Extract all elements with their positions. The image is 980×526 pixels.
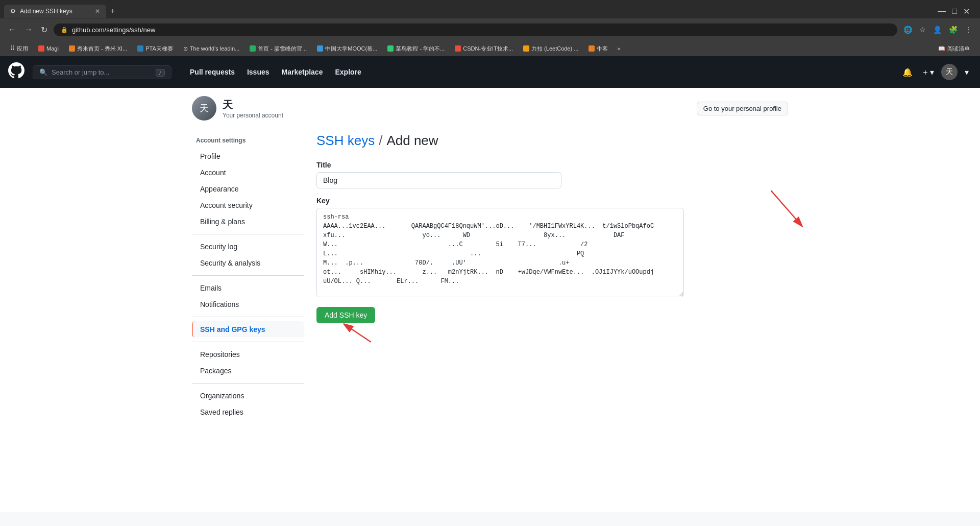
lc-favicon [523,45,529,52]
search-shortcut-key: / [156,68,165,76]
bookmark-icon[interactable]: ☆ [917,23,928,36]
nav-pull-requests[interactable]: Pull requests [184,64,241,80]
pta-favicon [137,45,143,52]
add-key-button-container: Add SSH key [316,307,375,323]
global-search[interactable]: 🔍 Search or jump to... / [33,65,172,79]
sidebar-divider-2 [192,275,304,276]
key-label: Key [316,197,788,205]
bookmark-liaoxuefeng[interactable]: 首页 - 廖雪峰的官... [246,44,311,54]
browser-chrome: ⚙ Add new SSH keys ✕ + — □ ✕ ← → ↻ 🔒 git… [0,0,980,56]
title-label: Title [316,161,788,169]
bookmark-nowcoder[interactable]: 牛客 [584,44,612,54]
breadcrumb-ssh-keys-link[interactable]: SSH keys [316,133,375,149]
browser-right-icons: 🌐 ☆ 👤 🧩 ⋮ [901,23,974,36]
bookmark-github[interactable]: ⊙ The world's leadin... [179,44,243,53]
github-header: 🔍 Search or jump to... / Pull requests I… [0,56,980,88]
github-logo[interactable] [8,62,24,82]
breadcrumb-separator: / [379,133,382,149]
magi-favicon [38,45,44,52]
sidebar-item-billing[interactable]: Billing & plans [192,213,304,230]
maximize-btn[interactable]: □ [950,5,959,18]
url-display: github.com/settings/ssh/new [72,26,155,34]
profile-icon[interactable]: 👤 [931,23,944,36]
key-textarea-wrapper: ssh-rsa AAAA...1vc2EAA... QARAABgQC4F18Q… [316,208,684,299]
new-tab-btn[interactable]: + [106,5,119,18]
user-info-bar: 天 天 Your personal account Go to your per… [184,88,796,133]
csdn-favicon [455,45,461,52]
arrow-annotation-1 [763,186,814,237]
page-breadcrumb: SSH keys / Add new [316,133,788,149]
sidebar-item-notifications[interactable]: Notifications [192,296,304,313]
more-icon[interactable]: ⋮ [963,23,974,36]
user-display-name: 天 [223,98,283,112]
breadcrumb-current-page: Add new [386,133,438,149]
title-input[interactable] [316,172,561,188]
tab-favicon: ⚙ [10,8,16,15]
more-bookmarks[interactable]: » [614,44,623,53]
extensions-icon[interactable]: 🧩 [947,23,960,36]
tab-close-btn[interactable]: ✕ [95,8,100,15]
sidebar-divider-4 [192,342,304,342]
bookmark-mooc[interactable]: 中国大学MOOC(慕... [313,44,381,54]
active-tab[interactable]: ⚙ Add new SSH keys ✕ [4,5,106,18]
nav-issues[interactable]: Issues [241,64,276,80]
reading-list-icon: 📖 [938,45,945,52]
bookmark-magi[interactable]: Magi [34,44,63,53]
bookmark-leetcode[interactable]: 力扣 (LeetCode) ... [519,44,582,54]
xiumi-favicon [69,45,75,52]
tab-title: Add new SSH keys [20,8,72,15]
settings-sidebar: Account settings Profile Account Appeara… [192,133,304,420]
user-menu-btn[interactable]: ▾ [962,64,972,80]
back-btn[interactable]: ← [6,23,18,36]
apps-grid-icon: ⠿ [10,45,15,52]
sidebar-item-organizations[interactable]: Organizations [192,388,304,404]
bookmark-runoob[interactable]: 菜鸟教程 - 学的不... [383,44,449,54]
nav-explore[interactable]: Explore [329,64,367,80]
sidebar-item-profile[interactable]: Profile [192,148,304,164]
main-settings-content: SSH keys / Add new Title Key [316,133,788,420]
user-details: 天 Your personal account [223,98,283,119]
sidebar-item-appearance[interactable]: Appearance [192,181,304,197]
sidebar-item-packages[interactable]: Packages [192,363,304,379]
sidebar-item-security-log[interactable]: Security log [192,238,304,255]
notifications-btn[interactable]: 🔔 [899,64,916,80]
nav-marketplace[interactable]: Marketplace [276,64,329,80]
sidebar-item-saved-replies[interactable]: Saved replies [192,404,304,420]
close-btn[interactable]: ✕ [961,5,972,18]
sidebar-divider-5 [192,383,304,384]
browser-tabs: ⚙ Add new SSH keys ✕ + — □ ✕ [0,0,980,18]
github-favicon: ⊙ [183,45,188,52]
add-ssh-key-form: Title Key [316,161,788,323]
go-to-profile-btn[interactable]: Go to your personal profile [697,102,788,115]
sidebar-item-repositories[interactable]: Repositories [192,346,304,363]
translate-icon[interactable]: 🌐 [901,23,914,36]
bookmark-reading-list[interactable]: 📖 阅读清单 [934,44,974,54]
forward-btn[interactable]: → [22,23,35,36]
search-placeholder: Search or jump to... [52,68,109,76]
bookmark-xiumi[interactable]: 秀米首页 - 秀米 XI... [65,44,131,54]
key-input[interactable]: ssh-rsa AAAA...1vc2EAA... QARAABgQC4F18Q… [316,208,684,297]
minimize-btn[interactable]: — [936,5,948,18]
sidebar-item-account-security[interactable]: Account security [192,197,304,213]
bookmark-apps[interactable]: ⠿ 应用 [6,44,32,54]
sidebar-item-security-analysis[interactable]: Security & analysis [192,255,304,271]
sidebar-item-ssh-gpg[interactable]: SSH and GPG keys [192,321,304,338]
sidebar-item-emails[interactable]: Emails [192,280,304,296]
user-left: 天 天 Your personal account [192,96,283,121]
browser-controls: ← → ↻ 🔒 github.com/settings/ssh/new 🌐 ☆ … [0,18,980,41]
sidebar-item-account[interactable]: Account [192,164,304,181]
reload-btn[interactable]: ↻ [39,23,50,37]
key-field-group: Key ssh-rsa AAAA...1vc2EAA... QARAABgQC4… [316,197,788,299]
page-content: 天 天 Your personal account Go to your per… [0,88,980,512]
bookmark-csdn[interactable]: CSDN-专业IT技术... [451,44,517,54]
add-ssh-key-btn[interactable]: Add SSH key [316,307,375,323]
sidebar-divider-3 [192,317,304,317]
user-avatar: 天 [192,96,216,121]
address-bar[interactable]: 🔒 github.com/settings/ssh/new [54,23,897,36]
user-avatar-header[interactable]: 天 [941,64,958,80]
settings-layout: Account settings Profile Account Appeara… [184,133,796,420]
create-new-btn[interactable]: + ▾ [920,64,937,80]
bookmark-pta[interactable]: PTA天梯赛 [133,44,177,54]
search-icon: 🔍 [39,68,47,76]
user-account-type: Your personal account [223,112,283,119]
